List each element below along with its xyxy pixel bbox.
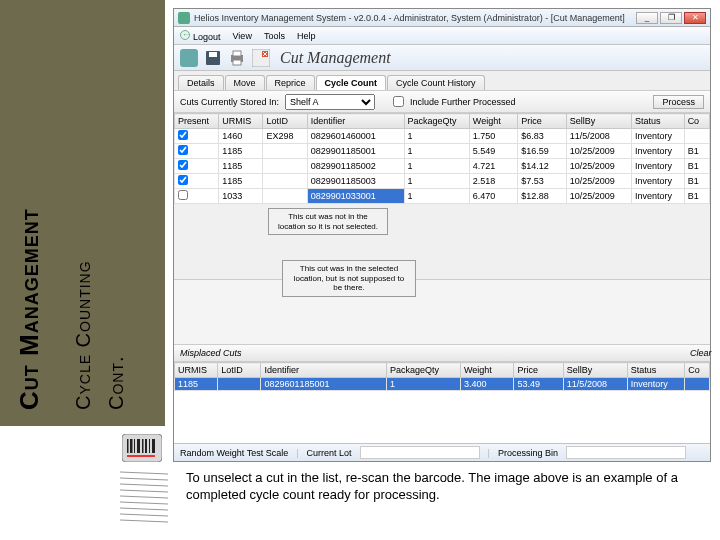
barcode-icon: [122, 434, 162, 462]
m-col-sellby[interactable]: SellBy: [563, 363, 627, 378]
misplaced-header: Misplaced Cuts Clear: [174, 344, 710, 362]
note-misplaced: This cut was in the selected location, b…: [282, 260, 416, 297]
m-col-identifier[interactable]: Identifier: [261, 363, 387, 378]
tab-cycle-count[interactable]: Cycle Count: [316, 75, 387, 90]
maximize-button[interactable]: ❐: [660, 12, 682, 24]
misplaced-title: Misplaced Cuts: [180, 348, 242, 358]
status-scale: Random Weight Test Scale: [180, 448, 288, 458]
separator: |: [296, 448, 298, 458]
misplaced-row[interactable]: 1185082960118500113.40053.4911/5/2008Inv…: [175, 378, 710, 391]
table-row[interactable]: 1185082990118500115.549$16.5910/25/2009I…: [175, 144, 710, 159]
status-lot-label: Current Lot: [307, 448, 352, 458]
app-icon: [178, 12, 190, 24]
svg-rect-6: [145, 439, 147, 453]
col-weight[interactable]: Weight: [469, 114, 517, 129]
current-lot-input[interactable]: [360, 446, 480, 459]
present-checkbox[interactable]: [178, 175, 188, 185]
m-col-status[interactable]: Status: [627, 363, 685, 378]
window-title: Helios Inventory Management System - v2.…: [194, 13, 636, 23]
status-bar: Random Weight Test Scale | Current Lot |…: [174, 443, 710, 461]
svg-rect-16: [233, 60, 241, 65]
cuts-grid: Present URMIS LotID Identifier PackageQt…: [174, 113, 710, 204]
svg-rect-5: [142, 439, 144, 453]
mid-gap: [174, 280, 710, 344]
menu-bar: Logout View Tools Help: [174, 27, 710, 45]
tab-reprice[interactable]: Reprice: [266, 75, 315, 90]
location-select[interactable]: Shelf A: [285, 94, 375, 110]
col-price[interactable]: Price: [518, 114, 566, 129]
processing-bin-input[interactable]: [566, 446, 686, 459]
grid-empty-area: This cut was not in the location so it i…: [174, 204, 710, 280]
table-row[interactable]: 1460EX298082960146000111.750$6.8311/5/20…: [175, 129, 710, 144]
col-status[interactable]: Status: [631, 114, 684, 129]
tools-menu[interactable]: Tools: [264, 31, 285, 41]
logout-menu[interactable]: Logout: [180, 30, 221, 42]
clear-link[interactable]: Clear: [690, 348, 704, 358]
app-window: Helios Inventory Management System - v2.…: [173, 8, 711, 462]
separator: |: [488, 448, 490, 458]
present-checkbox[interactable]: [178, 145, 188, 155]
present-checkbox[interactable]: [178, 130, 188, 140]
svg-rect-13: [209, 52, 217, 57]
tool-bar: Cut Management: [174, 45, 710, 71]
present-checkbox[interactable]: [178, 160, 188, 170]
table-row[interactable]: 1033082990103300116.470$12.8810/25/2009I…: [175, 189, 710, 204]
tab-cycle-count-history[interactable]: Cycle Count History: [387, 75, 485, 90]
tab-move[interactable]: Move: [225, 75, 265, 90]
svg-rect-3: [134, 439, 135, 453]
col-lotid[interactable]: LotID: [263, 114, 307, 129]
app-logo-icon: [180, 49, 198, 67]
svg-rect-10: [178, 12, 190, 24]
col-present[interactable]: Present: [175, 114, 219, 129]
help-menu[interactable]: Help: [297, 31, 316, 41]
status-bin-label: Processing Bin: [498, 448, 558, 458]
svg-rect-4: [137, 439, 140, 453]
m-col-weight[interactable]: Weight: [460, 363, 514, 378]
include-further-label: Include Further Processed: [410, 97, 516, 107]
print-icon[interactable]: [228, 49, 246, 67]
col-identifier[interactable]: Identifier: [307, 114, 404, 129]
m-col-co[interactable]: Co: [685, 363, 710, 378]
m-col-price[interactable]: Price: [514, 363, 563, 378]
note-not-in-location: This cut was not in the location so it i…: [268, 208, 388, 235]
save-icon[interactable]: [204, 49, 222, 67]
slide-title: Cut Management: [14, 208, 45, 410]
tab-details[interactable]: Details: [178, 75, 224, 90]
misplaced-grid: URMIS LotID Identifier PackageQty Weight…: [174, 362, 710, 391]
col-packageqty[interactable]: PackageQty: [404, 114, 469, 129]
filter-bar: Cuts Currently Stored In: Shelf A Includ…: [174, 91, 710, 113]
m-col-lotid[interactable]: LotID: [218, 363, 261, 378]
title-bar: Helios Inventory Management System - v2.…: [174, 9, 710, 27]
svg-rect-2: [130, 439, 133, 453]
footnote: To unselect a cut in the list, re-scan t…: [186, 470, 706, 504]
view-menu[interactable]: View: [233, 31, 252, 41]
table-row[interactable]: 1185082990118500214.721$14.1210/25/2009I…: [175, 159, 710, 174]
process-button[interactable]: Process: [653, 95, 704, 109]
col-sellby[interactable]: SellBy: [566, 114, 631, 129]
svg-rect-1: [127, 439, 129, 453]
include-further-checkbox[interactable]: [393, 96, 404, 107]
m-col-packageqty[interactable]: PackageQty: [386, 363, 460, 378]
filter-label: Cuts Currently Stored In:: [180, 97, 279, 107]
svg-rect-15: [233, 51, 241, 56]
minimize-button[interactable]: _: [636, 12, 658, 24]
slide-subtitle-1: Cycle Counting: [72, 260, 95, 410]
svg-rect-9: [127, 455, 155, 457]
col-co[interactable]: Co: [684, 114, 709, 129]
svg-rect-8: [152, 439, 155, 453]
page-title: Cut Management: [280, 49, 391, 67]
close-button[interactable]: ✕: [684, 12, 706, 24]
tabs: Details Move Reprice Cycle Count Cycle C…: [174, 71, 710, 91]
decorative-scribble: [118, 468, 170, 528]
m-col-urmis[interactable]: URMIS: [175, 363, 218, 378]
col-urmis[interactable]: URMIS: [219, 114, 263, 129]
close-page-icon[interactable]: [252, 49, 270, 67]
svg-rect-11: [180, 49, 198, 67]
slide-subtitle-2: Cont.: [105, 355, 128, 410]
svg-rect-7: [149, 439, 150, 453]
table-row[interactable]: 1185082990118500312.518$7.5310/25/2009In…: [175, 174, 710, 189]
present-checkbox[interactable]: [178, 190, 188, 200]
back-arrow-icon: [180, 30, 190, 40]
